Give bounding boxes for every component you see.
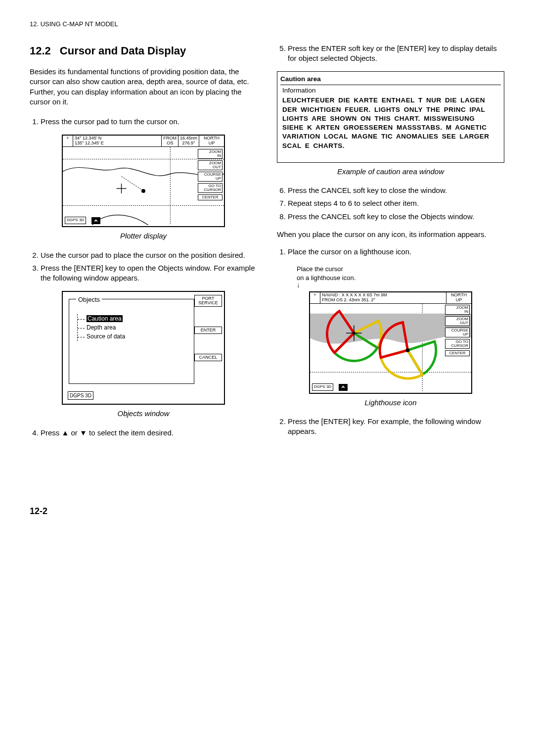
right-steps-lh-2: Press the [ENTER] key. For example, the … bbox=[277, 417, 504, 437]
boat-icon bbox=[91, 217, 100, 224]
caution-caption: Example of caution area window bbox=[277, 167, 504, 177]
objwin-softkeys: PORTSERVICE ENTER CANCEL bbox=[194, 295, 222, 361]
cursor-plus-icon: + bbox=[310, 292, 320, 303]
up-label: UP bbox=[209, 141, 215, 145]
softkey-column: ZOOMIN ZOOMOUT COURSEUP GO TOCURSOR CENT… bbox=[198, 149, 222, 200]
tree-item-selected[interactable]: Caution area bbox=[87, 315, 123, 322]
plotter-display-figure: + 34° 12.345' N 135° 12.345' E FROM OS 1… bbox=[62, 135, 225, 227]
list-item: Press the cursor pad to turn the cursor … bbox=[41, 117, 257, 127]
list-item: Repeat steps 4 to 6 to select other item… bbox=[288, 198, 504, 208]
list-item: Press the CANCEL soft key to close the w… bbox=[288, 186, 504, 195]
objects-title: Objects bbox=[76, 295, 102, 304]
list-item: Use the cursor pad to place the cursor o… bbox=[41, 250, 257, 260]
objects-tree: Caution area Depth area Source of data bbox=[76, 314, 125, 341]
from-os-line: FROM OS 2. 43nm 351. 2° bbox=[322, 297, 375, 302]
softkey-column: ZOOMIN ZOOMOUT COURSEUP GO TOCURSOR CENT… bbox=[445, 305, 470, 356]
up-label: UP bbox=[456, 297, 462, 302]
list-item: Press the CANCEL soft key to close the O… bbox=[288, 212, 504, 222]
list-item: Press the ENTER soft key or the [ENTER] … bbox=[288, 44, 504, 64]
lighthouse-plotter-figure: + NAVAID : X X X X X X 6S 7m 9M FROM OS … bbox=[309, 291, 472, 394]
dgps-badge: DGPS 3D bbox=[312, 383, 333, 391]
running-head: 12. USING C-MAP NT MODEL bbox=[30, 20, 504, 29]
left-column: 12.2Cursor and Data Display Besides its … bbox=[30, 44, 257, 446]
course-up-softkey[interactable]: COURSEUP bbox=[445, 328, 470, 337]
section-heading: 12.2Cursor and Data Display bbox=[30, 44, 257, 58]
plotter-caption: Plotter display bbox=[30, 231, 257, 241]
down-arrow-icon: ↓ bbox=[297, 283, 504, 287]
caution-body-text: LEUCHTFEUER DIE KARTE ENTHAEL T NUR DIE … bbox=[282, 96, 499, 150]
lighthouse-hint: Place the cursor on a lighthouse icon. bbox=[297, 265, 504, 282]
boat-icon bbox=[339, 384, 348, 391]
zoom-out-softkey[interactable]: ZOOMOUT bbox=[445, 316, 470, 326]
page-number: 12-2 bbox=[30, 505, 504, 517]
cursor-icon-paragraph: When you place the cursor on any icon, i… bbox=[277, 230, 504, 239]
cancel-softkey[interactable]: CANCEL bbox=[194, 354, 222, 361]
lighthouse-caption: Lighthouse icon bbox=[277, 398, 504, 408]
caution-info-label: Information bbox=[282, 86, 499, 95]
range-value: 16.45nm bbox=[180, 136, 197, 141]
right-steps-6: Press the CANCEL soft key to close the w… bbox=[277, 186, 504, 222]
cursor-plus-icon: + bbox=[63, 136, 73, 146]
section-number: 12.2 bbox=[30, 44, 51, 58]
hint-line2: on a lighthouse icon. bbox=[297, 274, 356, 282]
lon-value: 135° 12.345' E bbox=[75, 141, 104, 145]
svg-point-11 bbox=[406, 348, 410, 352]
enter-softkey[interactable]: ENTER bbox=[194, 327, 222, 334]
right-steps-5: Press the ENTER soft key or the [ENTER] … bbox=[277, 44, 504, 64]
tree-item[interactable]: Depth area bbox=[87, 324, 116, 331]
north-label: NORTH bbox=[451, 292, 467, 297]
list-item: Press ▲ or ▼ to select the item desired. bbox=[41, 428, 257, 438]
goto-cursor-softkey[interactable]: GO TOCURSOR bbox=[445, 339, 470, 349]
zoom-out-softkey[interactable]: ZOOMOUT bbox=[198, 160, 222, 170]
list-item: Place the cursor on a lighthouse icon. bbox=[288, 247, 504, 257]
caution-header: Caution area bbox=[280, 75, 501, 85]
center-softkey[interactable]: CENTER bbox=[445, 350, 470, 356]
os-label: OS bbox=[167, 141, 173, 145]
center-softkey[interactable]: CENTER bbox=[198, 194, 222, 200]
course-up-softkey[interactable]: COURSEUP bbox=[198, 172, 222, 182]
navaid-line: NAVAID : X X X X X X 6S 7m 9M bbox=[322, 292, 387, 297]
port-service-softkey[interactable]: PORTSERVICE bbox=[194, 295, 222, 307]
zoom-in-softkey[interactable]: ZOOMIN bbox=[198, 149, 222, 159]
bearing-value: 276.9° bbox=[182, 141, 195, 145]
left-steps-1: Press the cursor pad to turn the cursor … bbox=[30, 117, 257, 127]
tree-item[interactable]: Source of data bbox=[87, 333, 125, 340]
from-label: FROM bbox=[163, 136, 177, 141]
list-item: Press the [ENTER] key. For example, the … bbox=[288, 417, 504, 437]
section-title-text: Cursor and Data Display bbox=[60, 45, 186, 57]
objects-caption: Objects window bbox=[30, 409, 257, 419]
dgps-badge: DGPS 3D bbox=[65, 217, 86, 224]
dgps-badge: DGPS 3D bbox=[68, 391, 93, 400]
lat-value: 34° 12.345' N bbox=[75, 136, 101, 141]
left-steps-2: Use the cursor pad to place the cursor o… bbox=[30, 250, 257, 284]
caution-area-window: Caution area Information LEUCHTFEUER DIE… bbox=[277, 71, 504, 163]
hint-line1: Place the cursor bbox=[297, 265, 343, 273]
right-column: Press the ENTER soft key or the [ENTER] … bbox=[277, 44, 504, 446]
intro-paragraph: Besides its fundamental functions of pro… bbox=[30, 67, 257, 107]
north-label: NORTH bbox=[204, 136, 220, 141]
goto-cursor-softkey[interactable]: GO TOCURSOR bbox=[198, 183, 222, 193]
objects-window-figure: Objects Caution area Depth area Source o… bbox=[62, 291, 225, 405]
left-steps-4: Press ▲ or ▼ to select the item desired. bbox=[30, 428, 257, 438]
list-item: Press the [ENTER] key to open the Object… bbox=[41, 263, 257, 284]
right-steps-lh-1: Place the cursor on a lighthouse icon. bbox=[277, 247, 504, 257]
zoom-in-softkey[interactable]: ZOOMIN bbox=[445, 305, 470, 315]
